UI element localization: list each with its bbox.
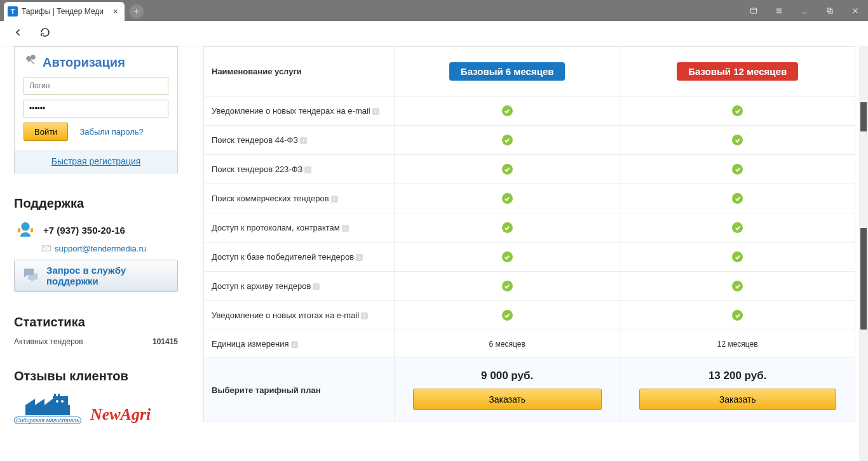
support-email-line: support@tendermedia.ru [42,244,178,253]
check-icon [732,310,743,321]
unit-label: Единица измерения [212,339,289,349]
scrollbar-thumb[interactable] [860,102,867,131]
client-logo-1-caption: Сибирская магистраль [14,417,81,424]
window-maximize-icon[interactable] [817,0,843,21]
feature-row: Уведомление о новых итогах на e-maili [204,301,855,330]
choose-plan-label: Выберите тарифный план [212,385,321,395]
feature-label: Поиск тендеров 44-ФЗ [212,135,298,145]
check-icon [732,281,743,291]
quick-registration-link[interactable]: Быстрая регистрация [51,156,141,166]
svg-marker-19 [25,399,35,405]
price-row: Выберите тарифный план 9 000 руб. Заказа… [204,358,855,422]
order-plan-2-button[interactable]: Заказать [639,389,836,410]
forgot-password-link[interactable]: Забыли пароль? [79,127,143,137]
check-icon [502,281,513,291]
check-icon [502,310,513,321]
tab-close-icon[interactable]: × [113,6,118,17]
menu-icon[interactable] [766,0,792,21]
plan-2-badge: Базовый 12 месяцев [677,62,798,81]
order-plan-1-button[interactable]: Заказать [413,389,602,410]
check-icon [732,105,743,116]
scrollbar-thumb-2[interactable] [860,228,867,330]
feature-row: Поиск тендеров 44-ФЗi [204,126,855,155]
support-request-button[interactable]: Запрос в службуподдержки [14,260,178,292]
info-icon[interactable]: i [342,225,349,232]
main-content: Наименование услуги Базовый 6 месяцев Ба… [184,46,868,461]
svg-marker-21 [44,399,53,405]
feature-row: Поиск коммерческих тендеровi [204,184,855,213]
check-icon [502,105,513,116]
sidebar: Авторизация Войти Забыли пароль? Быстрая… [0,46,184,461]
support-phone-line: +7 (937) 350-20-16 [14,218,178,241]
pricing-table: Наименование услуги Базовый 6 месяцев Ба… [203,46,855,422]
auth-box: Авторизация Войти Забыли пароль? [14,46,178,150]
pricing-header-row: Наименование услуги Базовый 6 месяцев Ба… [204,47,855,97]
feature-row: Доступ к архиву тендеровi [204,272,855,301]
check-icon [732,251,743,262]
feature-label: Уведомление о новых тендерах на e-mail [212,106,370,116]
support-title: Поддержка [14,196,178,211]
reload-icon[interactable] [39,27,51,40]
check-icon [732,164,743,175]
testimonials-title: Отзывы клиентов [14,369,178,384]
sidebar-toggle-icon[interactable] [741,0,766,21]
envelope-icon [42,244,51,253]
info-icon[interactable]: i [313,283,320,290]
svg-point-23 [61,400,64,403]
check-icon [502,251,513,262]
unit-2: 12 месяцев [620,330,855,358]
tab-favicon: Т [8,6,18,17]
info-icon[interactable]: i [300,137,307,144]
unit-row: Единица измеренияi 6 месяцев 12 месяцев [204,330,855,358]
check-icon [502,135,513,145]
chat-icon [21,265,40,286]
headset-icon [14,218,37,241]
info-icon[interactable]: i [304,166,311,173]
browser-toolbar [0,21,868,46]
check-icon [732,222,743,233]
password-input[interactable] [24,100,168,117]
stats-label: Активных тендеров [14,337,83,346]
feature-label: Поиск тендеров 223-ФЗ [212,164,302,174]
stats-row: Активных тендеров 101415 [14,337,178,346]
login-button[interactable]: Войти [24,123,68,141]
support-request-text: Запрос в службуподдержки [46,265,126,286]
plan-1-price: 9 000 руб. [402,370,612,382]
feature-label: Доступ к базе победителей тендеров [212,252,354,262]
feature-row: Уведомление о новых тендерах на e-maili [204,97,855,126]
feature-label: Доступ к протоколам, контрактам [212,223,340,232]
check-icon [502,164,513,175]
info-icon[interactable]: i [372,108,379,115]
back-icon[interactable] [13,27,24,40]
svg-marker-20 [35,399,44,405]
svg-rect-13 [31,228,33,232]
client-logo-2[interactable]: NewAgri [90,405,151,424]
browser-tab[interactable]: Т Тарифы | Тендер Меди × [4,2,125,21]
browser-tab-bar: Т Тарифы | Тендер Меди × + [0,0,868,21]
feature-label: Поиск коммерческих тендеров [212,194,329,203]
new-tab-button[interactable]: + [130,4,144,18]
testimonials-logos: Сибирская магистраль NewAgri [14,394,178,424]
svg-rect-6 [829,10,832,13]
check-icon [502,193,513,204]
check-icon [732,135,743,145]
login-input[interactable] [24,77,168,95]
client-logo-1[interactable]: Сибирская магистраль [14,394,81,424]
quick-reg-wrap: Быстрая регистрация [14,150,178,173]
plan-1-header: Базовый 6 месяцев [395,47,620,97]
feature-row: Доступ к протоколам, контрактамi [204,213,855,243]
feature-label: Уведомление о новых итогах на e-mail [212,311,359,320]
window-close-icon[interactable] [843,0,868,21]
svg-point-22 [56,400,58,403]
info-icon[interactable]: i [291,341,298,348]
info-icon[interactable]: i [361,312,368,319]
scrollbar-track[interactable] [859,46,868,461]
svg-rect-15 [25,405,70,415]
plan-1-badge: Базовый 6 месяцев [449,62,566,81]
support-email-link[interactable]: support@tendermedia.ru [55,244,146,253]
tab-title: Тарифы | Тендер Меди [22,7,109,16]
auth-title: Авторизация [24,53,168,72]
window-minimize-icon[interactable] [792,0,817,21]
info-icon[interactable]: i [331,196,338,203]
info-icon[interactable]: i [356,254,363,261]
